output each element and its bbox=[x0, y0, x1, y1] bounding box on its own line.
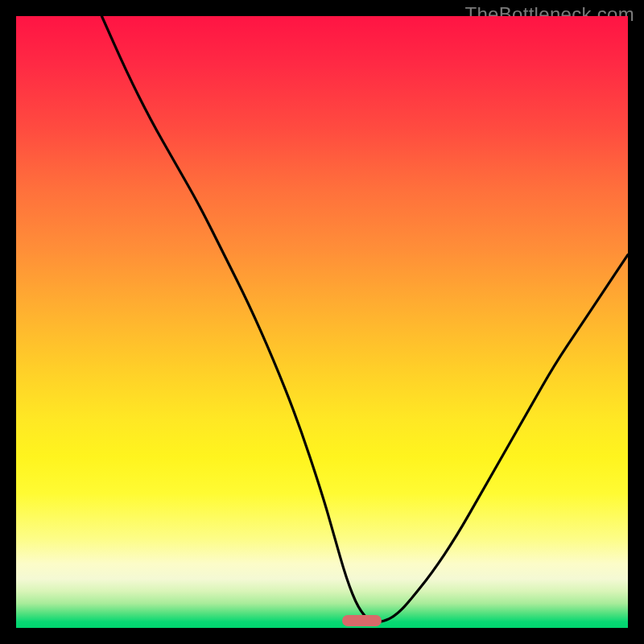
optimal-marker bbox=[342, 615, 382, 626]
plot-area bbox=[16, 16, 628, 628]
bottleneck-curve bbox=[101, 16, 628, 621]
curve-svg bbox=[16, 16, 628, 628]
chart-stage: TheBottleneck.com bbox=[0, 0, 644, 644]
